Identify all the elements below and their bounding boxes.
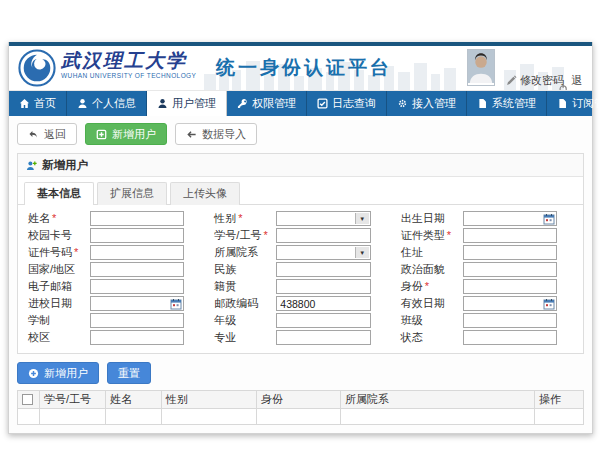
field-control — [463, 228, 557, 243]
学制-input[interactable] — [90, 313, 184, 328]
form-field-11: 政治面貌 — [401, 262, 573, 277]
证件号码-input[interactable] — [90, 245, 184, 260]
field-control — [90, 279, 184, 294]
nav-item-6[interactable]: 系统管理 — [467, 91, 547, 116]
submit-add-user-label: 新增用户 — [44, 366, 88, 381]
table-header-0: 学号/工号 — [40, 391, 106, 409]
field-label: 电子邮箱 — [28, 279, 90, 294]
电子邮箱-input[interactable] — [90, 279, 184, 294]
toolbar: 返回 新增用户 数据导入 — [17, 123, 584, 145]
submit-add-user-button[interactable]: 新增用户 — [17, 362, 99, 384]
nav-item-label: 首页 — [34, 96, 56, 111]
nav-item-1[interactable]: 个人信息 — [67, 91, 147, 116]
tab-1[interactable]: 扩展信息 — [97, 182, 167, 205]
form-field-13: 籍贯 — [214, 279, 386, 294]
university-name-en: WUHAN UNIVERSITY OF TECHNOLOGY — [61, 73, 196, 80]
form-field-3: 校园卡号 — [28, 228, 200, 243]
calendar-icon[interactable] — [543, 298, 555, 310]
calendar-icon[interactable] — [543, 213, 555, 225]
班级-input[interactable] — [463, 313, 557, 328]
tab-2[interactable]: 上传头像 — [170, 182, 240, 205]
table-empty-cell — [40, 409, 106, 425]
nav-item-label: 个人信息 — [92, 96, 136, 111]
field-control — [463, 279, 557, 294]
nav-item-label: 用户管理 — [172, 96, 216, 111]
form-field-19: 年级 — [214, 313, 386, 328]
学号/工号-input[interactable] — [276, 228, 370, 243]
tab-0[interactable]: 基本信息 — [24, 182, 94, 205]
nav-item-3[interactable]: 权限管理 — [227, 91, 307, 116]
doc-icon — [477, 98, 488, 109]
select-all-checkbox[interactable] — [22, 394, 33, 405]
chevron-down-icon: ▼ — [355, 247, 369, 258]
field-control — [276, 296, 370, 311]
证件类型-input[interactable] — [463, 228, 557, 243]
field-label: 证件号码* — [28, 245, 90, 260]
nav-item-0[interactable]: 首页 — [9, 91, 67, 116]
main-nav: 首页个人信息用户管理权限管理日志查询接入管理系统管理订阅管理 — [9, 91, 592, 116]
calendar-icon[interactable] — [170, 298, 182, 310]
nav-item-4[interactable]: 日志查询 — [307, 91, 387, 116]
姓名-input[interactable] — [90, 211, 184, 226]
field-label: 民族 — [214, 262, 276, 277]
所属院系-select[interactable]: ▼ — [276, 245, 370, 260]
field-label: 所属院系 — [214, 245, 276, 260]
nav-item-7[interactable]: 订阅管理 — [547, 91, 600, 116]
back-button[interactable]: 返回 — [17, 123, 77, 145]
民族-input[interactable] — [276, 262, 370, 277]
university-name-block: 武汉理工大学 WUHAN UNIVERSITY OF TECHNOLOGY — [61, 51, 196, 80]
校园卡号-input[interactable] — [90, 228, 184, 243]
field-control — [276, 228, 370, 243]
field-control — [90, 330, 184, 345]
table-header-2: 性别 — [162, 391, 257, 409]
身份-input[interactable] — [463, 279, 557, 294]
校区-input[interactable] — [90, 330, 184, 345]
logout-label: 退出 — [571, 73, 592, 91]
nav-item-2[interactable]: 用户管理 — [147, 91, 227, 116]
reset-button[interactable]: 重置 — [107, 362, 151, 384]
form-field-9: 国家/地区 — [28, 262, 200, 277]
nav-item-label: 接入管理 — [412, 96, 456, 111]
form-field-2: 出生日期 — [401, 211, 573, 226]
国家/地区-input[interactable] — [90, 262, 184, 277]
form-field-1: 性别*▼ — [214, 211, 386, 226]
form-field-10: 民族 — [214, 262, 386, 277]
data-import-button[interactable]: 数据导入 — [175, 123, 257, 145]
专业-input[interactable] — [276, 330, 370, 345]
data-import-label: 数据导入 — [202, 127, 246, 142]
籍贯-input[interactable] — [276, 279, 370, 294]
form-field-7: 所属院系▼ — [214, 245, 386, 260]
field-control — [463, 296, 557, 311]
panel-title: 新增用户 — [42, 158, 88, 173]
panel-header: 新增用户 — [18, 154, 583, 177]
field-label: 学制 — [28, 313, 90, 328]
form-field-15: 进校日期 — [28, 296, 200, 311]
table-empty-cell — [257, 409, 341, 425]
add-user-toolbar-button[interactable]: 新增用户 — [85, 123, 167, 145]
change-password-link[interactable]: 修改密码 — [506, 73, 564, 88]
field-control — [276, 262, 370, 277]
field-control: ▼ — [276, 245, 370, 260]
nav-item-5[interactable]: 接入管理 — [387, 91, 467, 116]
field-control — [90, 262, 184, 277]
field-label: 班级 — [401, 313, 463, 328]
性别-select[interactable]: ▼ — [276, 211, 370, 226]
form-field-6: 证件号码* — [28, 245, 200, 260]
住址-input[interactable] — [463, 245, 557, 260]
university-logo-icon — [18, 49, 56, 87]
年级-input[interactable] — [276, 313, 370, 328]
form-field-17: 有效日期 — [401, 296, 573, 311]
field-label: 身份* — [401, 279, 463, 294]
field-control — [463, 211, 557, 226]
field-control — [90, 211, 184, 226]
邮政编码-input[interactable] — [276, 296, 370, 311]
nav-item-label: 权限管理 — [252, 96, 296, 111]
状态-input[interactable] — [463, 330, 557, 345]
screen: 武汉理工大学 WUHAN UNIVERSITY OF TECHNOLOGY 统一… — [0, 0, 600, 450]
form-field-4: 学号/工号* — [214, 228, 386, 243]
logout-link[interactable]: 退出 — [558, 73, 592, 91]
field-control — [463, 313, 557, 328]
政治面貌-input[interactable] — [463, 262, 557, 277]
form-field-21: 校区 — [28, 330, 200, 345]
field-label: 专业 — [214, 330, 276, 345]
